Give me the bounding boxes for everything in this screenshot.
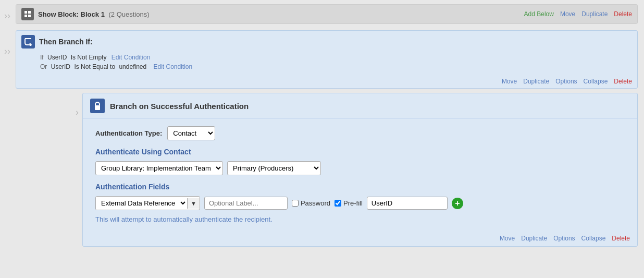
delete-btn-branch[interactable]: Delete	[614, 78, 632, 85]
auth-type-label: Authentication Type:	[95, 129, 162, 137]
password-checkbox-label[interactable]: Password	[292, 199, 330, 207]
move-btn-branch[interactable]: Move	[502, 78, 517, 85]
drag-handle-show-block[interactable]: ››	[4, 10, 10, 21]
add-below-btn[interactable]: Add Below	[524, 10, 554, 18]
password-label-text: Password	[301, 199, 330, 207]
dropdown-group: Group Library: Implementation Team Prima…	[95, 161, 625, 175]
svg-rect-4	[95, 105, 100, 110]
show-block: Show Block: Block 1 (2 Questions) Add Be…	[16, 4, 638, 24]
edit-condition-2[interactable]: Edit Condition	[154, 63, 193, 70]
duplicate-btn-branch[interactable]: Duplicate	[523, 78, 549, 85]
show-block-actions: Add Below Move Duplicate Delete	[524, 10, 632, 18]
prefill-checkbox-label[interactable]: Pre-fill	[335, 199, 363, 207]
field-type-select[interactable]: External Data Reference	[96, 197, 187, 210]
options-btn-auth[interactable]: Options	[553, 235, 575, 242]
prefill-checkbox[interactable]	[335, 200, 341, 207]
collapse-btn-auth[interactable]: Collapse	[581, 235, 606, 242]
group-library-select[interactable]: Group Library: Implementation Team	[95, 161, 223, 175]
userid-input[interactable]	[367, 197, 448, 210]
branch-if-icon	[21, 35, 35, 49]
auth-branch-actions: Move Duplicate Options Collapse Delete	[83, 231, 637, 246]
show-block-title: Show Block: Block 1 (2 Questions)	[38, 10, 524, 18]
producer-select[interactable]: Primary (Producers)	[227, 161, 321, 175]
auth-type-row: Authentication Type: Contact Member Empl…	[95, 126, 625, 140]
show-block-icon	[21, 8, 34, 20]
edit-condition-1[interactable]: Edit Condition	[112, 54, 151, 61]
auth-icon	[90, 99, 105, 113]
auth-using-label: Authenticate Using Contact	[95, 148, 625, 156]
duplicate-btn-show[interactable]: Duplicate	[581, 10, 608, 18]
auth-fields-section: Authentication Fields External Data Refe…	[95, 183, 625, 223]
auth-field-row: External Data Reference ▼ Password	[95, 196, 625, 210]
drag-handle-branch[interactable]: ››	[4, 46, 10, 57]
collapse-btn-branch[interactable]: Collapse	[584, 78, 608, 85]
auto-auth-note: This will attempt to automatically authe…	[95, 215, 625, 223]
prefill-label-text: Pre-fill	[343, 199, 363, 207]
auth-branch-block: Branch on Successful Authentication Auth…	[82, 93, 638, 247]
options-btn-branch[interactable]: Options	[555, 78, 577, 85]
optional-label-input[interactable]	[204, 197, 288, 210]
svg-rect-0	[24, 11, 27, 14]
svg-rect-3	[28, 15, 31, 17]
drag-handle-auth[interactable]: ›	[76, 107, 79, 118]
branch-if-actions: Move Duplicate Options Collapse Delete	[16, 75, 637, 88]
field-type-container: External Data Reference ▼	[95, 196, 200, 210]
auth-branch-title: Branch on Successful Authentication	[110, 102, 249, 111]
auth-fields-label: Authentication Fields	[95, 183, 625, 191]
move-btn-show[interactable]: Move	[560, 10, 575, 18]
svg-rect-2	[24, 15, 27, 17]
condition-row-1: If UserID Is Not Empty Edit Condition	[16, 53, 637, 62]
condition-row-2: Or UserID Is Not Equal to undefined Edit…	[16, 62, 637, 71]
add-field-btn[interactable]: +	[452, 198, 463, 209]
svg-rect-1	[28, 11, 31, 14]
branch-if-title: Then Branch If:	[39, 38, 93, 46]
duplicate-btn-auth[interactable]: Duplicate	[521, 235, 547, 242]
auth-type-select[interactable]: Contact Member Employee	[167, 126, 215, 140]
move-btn-auth[interactable]: Move	[500, 235, 515, 242]
branch-if-block: Then Branch If: If UserID Is Not Empty E…	[16, 30, 638, 89]
password-checkbox[interactable]	[292, 200, 299, 207]
field-dropdown-arrow[interactable]: ▼	[187, 198, 200, 209]
delete-btn-auth[interactable]: Delete	[612, 235, 630, 242]
delete-btn-show[interactable]: Delete	[614, 10, 632, 18]
